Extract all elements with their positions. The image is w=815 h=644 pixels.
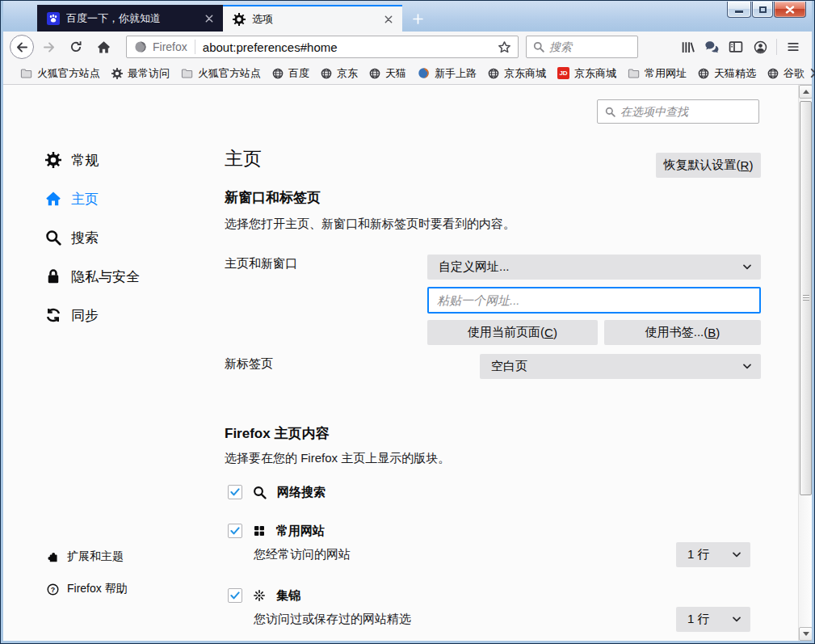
globe-icon bbox=[369, 68, 380, 79]
jd-icon: JD bbox=[557, 67, 569, 79]
restore-defaults-button[interactable]: 恢复默认设置(R) bbox=[656, 153, 761, 178]
bookmark-star-icon[interactable] bbox=[491, 40, 518, 54]
home-icon bbox=[45, 191, 61, 207]
sidebar-item-help[interactable]: Firefox 帮助 bbox=[47, 581, 128, 597]
titlebar: 百度一下，你就知道 选项 bbox=[3, 1, 812, 32]
sync-icon bbox=[45, 307, 61, 323]
tab-title: 百度一下，你就知道 bbox=[66, 11, 203, 26]
sidebar-item-extensions[interactable]: 扩展和主题 bbox=[47, 549, 124, 565]
page-title: 主页 bbox=[225, 146, 262, 171]
section-title-new-windows: 新窗口和标签页 bbox=[225, 188, 321, 207]
highlights-description: 您访问过或保存过的网站精选 bbox=[254, 612, 411, 627]
bookmark-folder[interactable]: 火狐官方站点 bbox=[175, 64, 267, 83]
use-bookmark-button[interactable]: 使用书签...(B) bbox=[604, 320, 761, 345]
sidebar-item-privacy[interactable]: 隐私与安全 bbox=[45, 266, 140, 287]
preferences-page: 常规 主页 搜索 隐私与安全 同步 扩展和主题 Firefox 帮助 主页 bbox=[3, 85, 812, 641]
bookmark-item[interactable]: 新手上路 bbox=[412, 64, 482, 83]
topsites-rows-select[interactable]: 1 行 bbox=[676, 542, 750, 567]
sidebar-item-search[interactable]: 搜索 bbox=[45, 227, 99, 248]
find-in-options[interactable] bbox=[597, 99, 759, 124]
homepage-select[interactable]: 自定义网址... bbox=[427, 255, 761, 280]
bookmarks-overflow-chevron-icon[interactable] bbox=[810, 68, 815, 78]
bookmark-folder[interactable]: 火狐官方站点 bbox=[15, 64, 106, 83]
menu-icon[interactable] bbox=[781, 35, 805, 59]
bookmark-most-visited[interactable]: 最常访问 bbox=[106, 64, 175, 83]
bookmark-item[interactable]: 京东商城 bbox=[482, 64, 552, 83]
home-content-row-topsites: 常用网站 bbox=[228, 523, 325, 539]
library-icon[interactable] bbox=[675, 35, 699, 59]
firefox-icon bbox=[418, 67, 430, 79]
globe-icon bbox=[272, 68, 284, 79]
globe-icon bbox=[488, 68, 499, 79]
bookmark-item[interactable]: 京东 bbox=[315, 64, 363, 83]
find-in-options-input[interactable] bbox=[620, 105, 767, 118]
tab-close-icon[interactable] bbox=[203, 12, 216, 25]
url-bar[interactable]: Firefox about:preferences#home bbox=[126, 36, 519, 58]
lock-icon bbox=[45, 268, 61, 284]
use-current-page-button[interactable]: 使用当前页面(C) bbox=[427, 320, 598, 345]
search-bar[interactable] bbox=[526, 36, 638, 58]
globe-icon bbox=[321, 68, 332, 79]
account-icon[interactable] bbox=[748, 35, 772, 59]
folder-icon bbox=[628, 67, 640, 79]
bookmark-item[interactable]: JD京东商城 bbox=[552, 64, 622, 83]
back-button[interactable] bbox=[10, 35, 34, 59]
section-description: 选择您打开主页、新窗口和新标签页时要看到的内容。 bbox=[225, 217, 515, 232]
maximize-button[interactable] bbox=[752, 2, 773, 18]
homepage-label: 主页和新窗口 bbox=[225, 256, 297, 271]
sidebar-toggle-icon[interactable] bbox=[724, 35, 748, 59]
bookmarks-toolbar: 火狐官方站点 最常访问 火狐官方站点 百度 京东 天猫 新手上路 京东商城 JD… bbox=[3, 62, 812, 85]
bookmark-item[interactable]: 天猫 bbox=[363, 64, 412, 83]
chevron-down-icon bbox=[743, 264, 751, 270]
tab-baidu[interactable]: 百度一下，你就知道 bbox=[37, 5, 223, 32]
reload-button[interactable] bbox=[65, 36, 87, 58]
search-icon bbox=[605, 107, 615, 117]
scrollbar-thumb[interactable] bbox=[800, 101, 812, 495]
new-tab-button[interactable] bbox=[409, 10, 426, 27]
search-icon bbox=[533, 41, 544, 53]
bookmark-folder[interactable]: 常用网址 bbox=[622, 64, 692, 83]
highlights-checkbox[interactable] bbox=[228, 588, 242, 603]
home-button[interactable] bbox=[92, 36, 115, 58]
window-controls bbox=[726, 2, 806, 18]
sidebar-item-general[interactable]: 常规 bbox=[45, 149, 99, 170]
home-content-row-websearch: 网络搜索 bbox=[228, 484, 326, 500]
question-icon bbox=[47, 583, 59, 596]
url-text[interactable]: about:preferences#home bbox=[195, 40, 491, 54]
bookmark-item[interactable]: 百度 bbox=[267, 64, 315, 83]
scroll-down-icon[interactable] bbox=[799, 627, 812, 641]
topsites-description: 您经常访问的网站 bbox=[254, 547, 351, 562]
gear-icon bbox=[111, 68, 123, 79]
minimize-button[interactable] bbox=[727, 2, 751, 18]
section-description: 选择要在您的 Firefox 主页上显示的版块。 bbox=[225, 451, 450, 466]
sidebar-item-home[interactable]: 主页 bbox=[45, 188, 99, 209]
globe-icon bbox=[767, 68, 779, 79]
close-button[interactable] bbox=[774, 2, 806, 18]
tab-title: 选项 bbox=[252, 12, 382, 27]
tab-options[interactable]: 选项 bbox=[223, 5, 402, 32]
chevron-down-icon bbox=[743, 364, 751, 369]
search-icon bbox=[45, 229, 61, 246]
baidu-favicon bbox=[47, 12, 60, 25]
custom-url-field[interactable] bbox=[427, 287, 761, 314]
custom-url-input[interactable] bbox=[429, 293, 759, 307]
websearch-checkbox[interactable] bbox=[228, 485, 242, 499]
topsites-checkbox[interactable] bbox=[228, 524, 242, 538]
sidebar-item-sync[interactable]: 同步 bbox=[45, 305, 99, 326]
divider bbox=[776, 39, 777, 55]
folder-icon bbox=[181, 67, 193, 79]
bookmark-item[interactable]: 天猫精选 bbox=[692, 64, 762, 83]
site-identity[interactable]: Firefox bbox=[127, 40, 195, 53]
chat-icon[interactable] bbox=[699, 35, 724, 59]
vertical-scrollbar[interactable] bbox=[798, 85, 812, 641]
search-input[interactable] bbox=[549, 40, 622, 53]
forward-button[interactable] bbox=[37, 36, 60, 58]
tab-close-icon[interactable] bbox=[382, 13, 395, 26]
bookmark-item[interactable]: 谷歌 bbox=[762, 64, 810, 83]
highlights-rows-select[interactable]: 1 行 bbox=[676, 607, 750, 632]
gear-icon bbox=[45, 152, 61, 168]
identity-label: Firefox bbox=[153, 40, 187, 53]
newtab-select[interactable]: 空白页 bbox=[480, 354, 761, 379]
scroll-up-icon[interactable] bbox=[799, 85, 812, 99]
gear-favicon bbox=[233, 13, 246, 26]
